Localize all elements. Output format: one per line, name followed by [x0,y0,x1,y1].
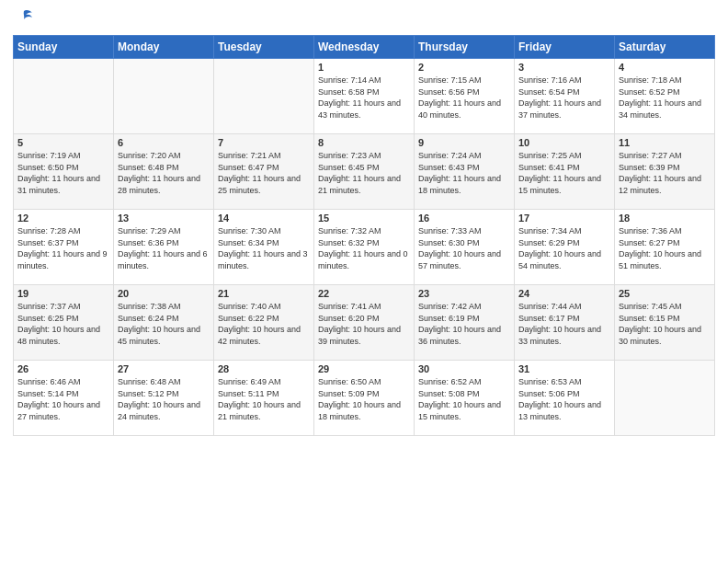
calendar-cell: 14Sunrise: 7:30 AM Sunset: 6:34 PM Dayli… [214,210,314,285]
day-number: 24 [518,288,610,299]
day-number: 19 [17,288,109,299]
day-number: 17 [518,213,610,224]
calendar-cell: 4Sunrise: 7:18 AM Sunset: 6:52 PM Daylig… [615,59,715,134]
calendar-week-5: 26Sunrise: 6:46 AM Sunset: 5:14 PM Dayli… [14,361,715,436]
calendar-cell [14,59,114,134]
logo-bird-icon [14,7,34,28]
day-number: 23 [418,288,510,299]
day-info: Sunrise: 7:36 AM Sunset: 6:27 PM Dayligh… [619,225,711,271]
day-number: 22 [318,288,410,299]
calendar-cell: 30Sunrise: 6:52 AM Sunset: 5:08 PM Dayli… [415,361,515,436]
calendar-cell: 3Sunrise: 7:16 AM Sunset: 6:54 PM Daylig… [515,59,615,134]
day-number: 11 [619,137,711,148]
page-container: SundayMondayTuesdayWednesdayThursdayFrid… [0,0,728,563]
day-number: 30 [418,363,510,374]
day-info: Sunrise: 6:48 AM Sunset: 5:12 PM Dayligh… [118,376,210,422]
calendar-cell [114,59,214,134]
calendar-cell: 10Sunrise: 7:25 AM Sunset: 6:41 PM Dayli… [515,134,615,210]
day-info: Sunrise: 7:19 AM Sunset: 6:50 PM Dayligh… [17,150,109,196]
day-info: Sunrise: 7:23 AM Sunset: 6:45 PM Dayligh… [318,150,410,196]
day-info: Sunrise: 7:44 AM Sunset: 6:17 PM Dayligh… [518,301,610,347]
calendar-cell: 11Sunrise: 7:27 AM Sunset: 6:39 PM Dayli… [615,134,715,210]
day-number: 26 [17,363,109,374]
day-info: Sunrise: 7:24 AM Sunset: 6:43 PM Dayligh… [418,150,510,196]
calendar-week-2: 5Sunrise: 7:19 AM Sunset: 6:50 PM Daylig… [14,134,715,210]
day-info: Sunrise: 7:41 AM Sunset: 6:20 PM Dayligh… [318,301,410,347]
calendar-cell: 8Sunrise: 7:23 AM Sunset: 6:45 PM Daylig… [314,134,415,210]
day-info: Sunrise: 7:29 AM Sunset: 6:36 PM Dayligh… [118,225,210,271]
day-number: 8 [318,137,410,148]
day-number: 27 [118,363,210,374]
calendar-table: SundayMondayTuesdayWednesdayThursdayFrid… [13,35,715,436]
calendar-week-3: 12Sunrise: 7:28 AM Sunset: 6:37 PM Dayli… [14,210,715,285]
day-number: 2 [418,62,510,73]
calendar-cell: 13Sunrise: 7:29 AM Sunset: 6:36 PM Dayli… [114,210,214,285]
day-info: Sunrise: 6:53 AM Sunset: 5:06 PM Dayligh… [518,376,610,422]
day-info: Sunrise: 7:32 AM Sunset: 6:32 PM Dayligh… [318,225,410,271]
day-info: Sunrise: 7:16 AM Sunset: 6:54 PM Dayligh… [518,75,610,121]
day-number: 31 [518,363,610,374]
calendar-cell: 15Sunrise: 7:32 AM Sunset: 6:32 PM Dayli… [314,210,415,285]
day-number: 16 [418,213,510,224]
day-number: 12 [17,213,109,224]
weekday-header-wednesday: Wednesday [314,36,415,59]
day-number: 14 [218,213,310,224]
day-number: 7 [218,137,310,148]
calendar-week-4: 19Sunrise: 7:37 AM Sunset: 6:25 PM Dayli… [14,285,715,361]
calendar-cell: 17Sunrise: 7:34 AM Sunset: 6:29 PM Dayli… [515,210,615,285]
day-info: Sunrise: 7:37 AM Sunset: 6:25 PM Dayligh… [17,301,109,347]
day-number: 20 [118,288,210,299]
day-number: 18 [619,213,711,224]
calendar-cell [214,59,314,134]
day-number: 9 [418,137,510,148]
day-info: Sunrise: 7:38 AM Sunset: 6:24 PM Dayligh… [118,301,210,347]
calendar-cell: 27Sunrise: 6:48 AM Sunset: 5:12 PM Dayli… [114,361,214,436]
day-number: 29 [318,363,410,374]
calendar-cell [615,361,715,436]
weekday-header-sunday: Sunday [14,36,114,59]
day-info: Sunrise: 7:27 AM Sunset: 6:39 PM Dayligh… [619,150,711,196]
day-info: Sunrise: 7:14 AM Sunset: 6:58 PM Dayligh… [318,75,410,121]
page-header [13,9,715,28]
calendar-cell: 28Sunrise: 6:49 AM Sunset: 5:11 PM Dayli… [214,361,314,436]
day-info: Sunrise: 6:52 AM Sunset: 5:08 PM Dayligh… [418,376,510,422]
calendar-cell: 7Sunrise: 7:21 AM Sunset: 6:47 PM Daylig… [214,134,314,210]
day-number: 6 [118,137,210,148]
calendar-cell: 25Sunrise: 7:45 AM Sunset: 6:15 PM Dayli… [615,285,715,361]
day-info: Sunrise: 6:49 AM Sunset: 5:11 PM Dayligh… [218,376,310,422]
day-info: Sunrise: 6:46 AM Sunset: 5:14 PM Dayligh… [17,376,109,422]
day-info: Sunrise: 7:42 AM Sunset: 6:19 PM Dayligh… [418,301,510,347]
calendar-cell: 23Sunrise: 7:42 AM Sunset: 6:19 PM Dayli… [415,285,515,361]
weekday-header-thursday: Thursday [415,36,515,59]
day-info: Sunrise: 7:45 AM Sunset: 6:15 PM Dayligh… [619,301,711,347]
weekday-header-tuesday: Tuesday [214,36,314,59]
day-number: 13 [118,213,210,224]
day-info: Sunrise: 7:25 AM Sunset: 6:41 PM Dayligh… [518,150,610,196]
weekday-header-monday: Monday [114,36,214,59]
calendar-cell: 9Sunrise: 7:24 AM Sunset: 6:43 PM Daylig… [415,134,515,210]
day-info: Sunrise: 7:28 AM Sunset: 6:37 PM Dayligh… [17,225,109,271]
day-info: Sunrise: 7:33 AM Sunset: 6:30 PM Dayligh… [418,225,510,271]
day-number: 5 [17,137,109,148]
calendar-cell: 22Sunrise: 7:41 AM Sunset: 6:20 PM Dayli… [314,285,415,361]
calendar-cell: 31Sunrise: 6:53 AM Sunset: 5:06 PM Dayli… [515,361,615,436]
calendar-cell: 6Sunrise: 7:20 AM Sunset: 6:48 PM Daylig… [114,134,214,210]
day-number: 3 [518,62,610,73]
day-info: Sunrise: 7:20 AM Sunset: 6:48 PM Dayligh… [118,150,210,196]
calendar-cell: 18Sunrise: 7:36 AM Sunset: 6:27 PM Dayli… [615,210,715,285]
weekday-header-friday: Friday [515,36,615,59]
day-number: 21 [218,288,310,299]
day-number: 25 [619,288,711,299]
day-info: Sunrise: 7:18 AM Sunset: 6:52 PM Dayligh… [619,75,711,121]
day-number: 28 [218,363,310,374]
calendar-cell: 20Sunrise: 7:38 AM Sunset: 6:24 PM Dayli… [114,285,214,361]
calendar-cell: 2Sunrise: 7:15 AM Sunset: 6:56 PM Daylig… [415,59,515,134]
day-number: 1 [318,62,410,73]
day-number: 4 [619,62,711,73]
calendar-week-1: 1Sunrise: 7:14 AM Sunset: 6:58 PM Daylig… [14,59,715,134]
calendar-cell: 24Sunrise: 7:44 AM Sunset: 6:17 PM Dayli… [515,285,615,361]
day-info: Sunrise: 7:21 AM Sunset: 6:47 PM Dayligh… [218,150,310,196]
calendar-cell: 19Sunrise: 7:37 AM Sunset: 6:25 PM Dayli… [14,285,114,361]
calendar-cell: 1Sunrise: 7:14 AM Sunset: 6:58 PM Daylig… [314,59,415,134]
weekday-header-row: SundayMondayTuesdayWednesdayThursdayFrid… [14,36,715,59]
